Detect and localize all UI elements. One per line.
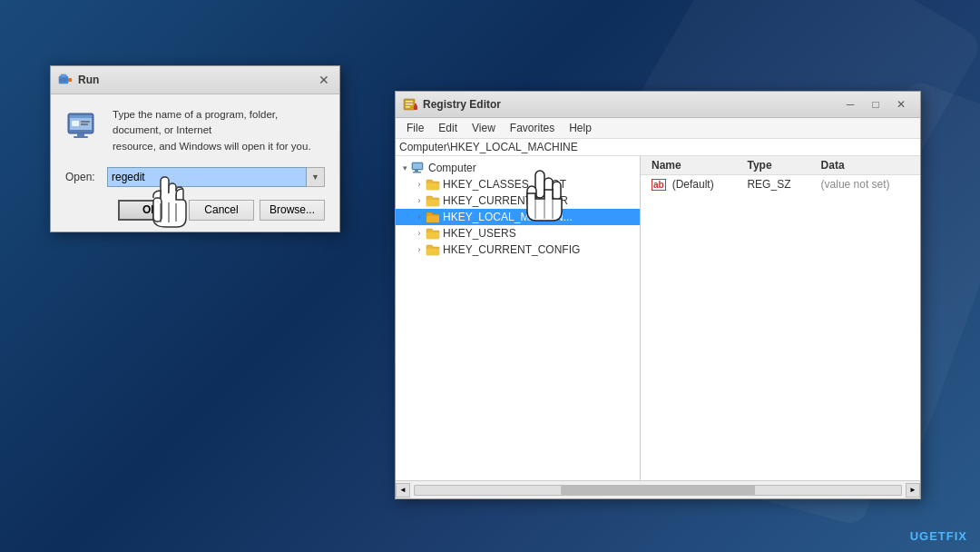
svg-rect-26 (413, 163, 422, 169)
run-title-icon (58, 73, 73, 87)
detail-cell-type: REG_SZ (743, 177, 817, 192)
detail-col-type: Type (743, 158, 817, 172)
run-titlebar-left: Run (58, 73, 99, 87)
run-cancel-button[interactable]: Cancel (189, 200, 254, 221)
hklm-label: HKEY_LOCAL_MACHIN... (443, 211, 573, 223)
expander-hklm: › (414, 212, 425, 222)
run-ok-button[interactable]: OK (118, 200, 183, 221)
reg-menu-file[interactable]: File (399, 120, 431, 136)
reg-close-button[interactable]: ✕ (889, 96, 913, 113)
reg-title-text: Registry Editor (423, 98, 501, 111)
reg-menu-edit[interactable]: Edit (431, 120, 465, 136)
run-close-button[interactable]: ✕ (316, 72, 332, 88)
reg-detail-pane: Name Type Data ab (Default) REG_SZ (valu… (641, 156, 920, 480)
expander-hkcr: › (414, 179, 425, 190)
detail-cell-data: (value not set) (818, 177, 913, 192)
folder-icon-hkcr (426, 178, 440, 191)
run-input-wrapper: ▼ (107, 167, 325, 187)
tree-item-hkcu[interactable]: › HKEY_CURRENT_USER (396, 192, 640, 209)
svg-rect-21 (406, 104, 413, 105)
folder-icon-hkcc (426, 243, 440, 256)
reg-maximize-button[interactable]: □ (864, 96, 887, 113)
svg-rect-24 (415, 104, 416, 106)
reg-minimize-button[interactable]: ─ (838, 96, 862, 113)
svg-rect-2 (68, 78, 72, 82)
reg-scrollthumb (561, 486, 755, 495)
svg-rect-7 (77, 133, 84, 136)
computer-tree-icon (411, 162, 426, 174)
svg-rect-3 (60, 78, 67, 82)
folder-icon-hku (426, 227, 440, 240)
folder-icon-hklm (426, 211, 440, 223)
computer-label: Computer (428, 162, 476, 174)
reg-titlebar: Registry Editor ─ □ ✕ (396, 92, 920, 118)
svg-rect-28 (413, 172, 421, 173)
hkcc-label: HKEY_CURRENT_CONFIG (443, 243, 580, 256)
detail-col-name: Name (648, 158, 743, 172)
expander-computer: ▾ (399, 163, 410, 173)
watermark-u: U (910, 529, 919, 543)
run-description-line2: resource, and Windows will open it for y… (113, 139, 325, 154)
tree-item-computer[interactable]: ▾ Computer (396, 160, 640, 176)
run-description-line1: Type the name of a program, folder, docu… (113, 107, 325, 139)
reg-menu-help[interactable]: Help (562, 120, 599, 136)
run-input-row: Open: ▼ (65, 167, 325, 187)
folder-icon-hkcu (426, 194, 440, 207)
watermark: UGETFIX (910, 529, 967, 543)
svg-rect-10 (81, 121, 90, 123)
run-titlebar: Run ✕ (51, 66, 339, 94)
svg-rect-8 (74, 136, 88, 138)
reg-titlebar-left: Registry Editor (403, 97, 501, 112)
watermark-fix: FIX (946, 529, 967, 543)
detail-row-default[interactable]: ab (Default) REG_SZ (value not set) (641, 175, 920, 193)
run-program-icon (66, 108, 101, 143)
reg-scroll-right[interactable]: ► (906, 483, 920, 498)
svg-rect-20 (406, 101, 413, 103)
run-dialog-title: Run (78, 74, 99, 86)
reg-tree-pane[interactable]: ▾ Computer › HKEY_CLASSES_ROOT (396, 156, 641, 480)
tree-item-hklm[interactable]: › HKEY_LOCAL_MACHIN... (396, 209, 640, 225)
hku-label: HKEY_USERS (443, 227, 516, 240)
run-input[interactable] (107, 167, 307, 187)
run-description-area: Type the name of a program, folder, docu… (65, 107, 325, 154)
run-browse-button[interactable]: Browse... (260, 200, 325, 221)
svg-rect-9 (72, 121, 79, 126)
run-dialog: Run ✕ Type the name of a program, fol (50, 65, 340, 232)
hkcr-label: HKEY_CLASSES_ROOT (443, 178, 566, 191)
svg-rect-22 (406, 106, 410, 108)
run-open-label: Open: (65, 171, 100, 183)
expander-hkcc: › (414, 244, 425, 255)
detail-col-data: Data (818, 158, 913, 172)
svg-rect-27 (415, 170, 418, 172)
watermark-get: GET (919, 529, 946, 543)
detail-name-text: (Default) (672, 178, 714, 191)
reg-content: ▾ Computer › HKEY_CLASSES_ROOT (396, 156, 920, 480)
reg-value-icon: ab (652, 179, 666, 191)
reg-menu-view[interactable]: View (465, 120, 503, 136)
run-icon-box (65, 107, 102, 143)
svg-rect-1 (61, 74, 66, 77)
expander-hkcu: › (414, 195, 425, 206)
svg-rect-6 (70, 115, 92, 118)
run-buttons: OK Cancel Browse... (65, 200, 325, 221)
detail-cell-name: ab (Default) (648, 177, 743, 192)
reg-menu-favorites[interactable]: Favorites (503, 120, 562, 136)
reg-scroll-left[interactable]: ◄ (396, 483, 410, 498)
run-dialog-body: Type the name of a program, folder, docu… (51, 94, 339, 232)
reg-titlebar-controls: ─ □ ✕ (838, 96, 913, 113)
registry-editor: Registry Editor ─ □ ✕ File Edit View Fav… (395, 91, 921, 499)
run-description: Type the name of a program, folder, docu… (113, 107, 325, 154)
run-dropdown-button[interactable]: ▼ (307, 167, 325, 187)
svg-rect-11 (81, 123, 88, 125)
reg-menubar: File Edit View Favorites Help (396, 118, 920, 139)
hkcu-label: HKEY_CURRENT_USER (443, 194, 568, 207)
tree-item-hkcc[interactable]: › HKEY_CURRENT_CONFIG (396, 242, 640, 258)
reg-detail-header: Name Type Data (641, 156, 920, 175)
reg-scrolltrack[interactable] (414, 485, 902, 496)
reg-address-bar: Computer\HKEY_LOCAL_MACHINE (396, 139, 920, 156)
registry-icon (403, 97, 417, 112)
reg-statusbar: ◄ ► (396, 480, 920, 498)
expander-hku: › (414, 228, 425, 239)
tree-item-hkcr[interactable]: › HKEY_CLASSES_ROOT (396, 176, 640, 192)
tree-item-hku[interactable]: › HKEY_USERS (396, 225, 640, 242)
